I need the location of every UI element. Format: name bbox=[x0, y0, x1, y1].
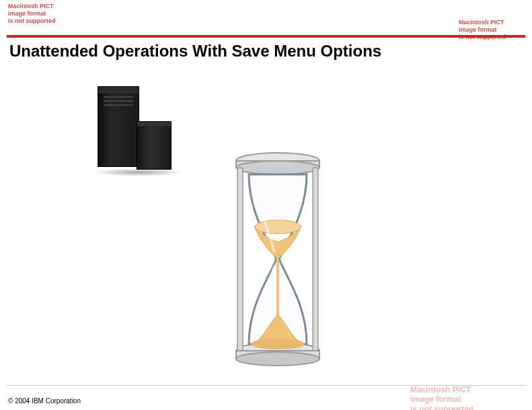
svg-point-2 bbox=[236, 161, 319, 174]
server-tall-unit bbox=[98, 86, 139, 167]
svg-rect-6 bbox=[237, 168, 243, 351]
server-short-unit bbox=[137, 121, 172, 170]
pict-line2: image format bbox=[410, 395, 461, 404]
server-vent bbox=[104, 104, 133, 106]
pict-line2: image format bbox=[8, 10, 46, 17]
server-shadow bbox=[93, 168, 184, 176]
svg-rect-7 bbox=[313, 168, 318, 351]
hourglass-icon bbox=[227, 151, 328, 367]
pict-line3: is not supported bbox=[410, 405, 473, 410]
pict-notice-bottom-right: Macintosh PICT image format is not suppo… bbox=[410, 385, 473, 410]
server-tower-icon bbox=[98, 86, 178, 174]
slide-title: Unattended Operations With Save Menu Opt… bbox=[9, 42, 381, 61]
svg-point-5 bbox=[236, 352, 319, 366]
footer-divider bbox=[7, 385, 525, 386]
copyright-text: © 2004 IBM Corporation bbox=[8, 397, 81, 405]
svg-point-8 bbox=[255, 220, 301, 234]
hourglass-svg bbox=[227, 151, 328, 367]
pict-notice-top-left: Macintosh PICT image format is not suppo… bbox=[8, 3, 56, 24]
header-divider bbox=[7, 35, 525, 38]
pict-line2: image format bbox=[459, 26, 497, 33]
server-vent bbox=[104, 100, 133, 102]
svg-point-10 bbox=[251, 339, 305, 349]
pict-line1: Macintosh PICT bbox=[459, 19, 504, 26]
pict-line1: Macintosh PICT bbox=[410, 385, 471, 395]
server-vent bbox=[104, 96, 133, 98]
pict-line3: is not supported bbox=[8, 18, 56, 24]
pict-line1: Macintosh PICT bbox=[8, 3, 54, 9]
